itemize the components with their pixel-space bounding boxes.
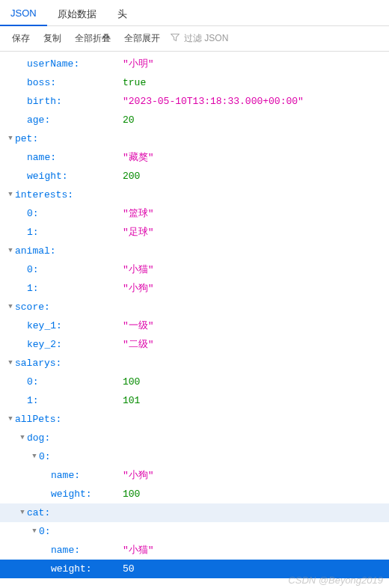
expand-toggle-icon[interactable]: ▼ [30,447,39,466]
json-key: 1 [27,283,33,294]
tree-row[interactable]: ▼cat: [0,503,389,522]
expand-toggle-icon[interactable]: ▼ [30,522,39,541]
expand-toggle-icon[interactable]: ▼ [6,410,15,429]
tree-row[interactable]: weight:200 [0,167,389,186]
collapse-all-button[interactable]: 全部折叠 [69,29,117,48]
json-value: "足球" [123,223,154,242]
json-key: birth [27,96,56,107]
json-value: 200 [123,167,140,186]
tab-json[interactable]: JSON [0,3,47,26]
expand-toggle-icon[interactable]: ▼ [18,429,27,447]
tabs-bar: JSON 原始数据 头 [0,0,389,26]
toolbar: 保存 复制 全部折叠 全部展开 过滤 JSON [0,26,389,52]
expand-toggle-icon[interactable]: ▼ [6,129,15,148]
json-key: name [51,470,74,481]
colon: : [33,227,39,238]
json-key: 0 [27,376,33,388]
tree-row[interactable]: userName:"小明" [0,55,389,73]
colon: : [62,171,68,182]
json-key: 0 [39,526,45,537]
json-key: score [15,301,44,313]
json-value: 100 [123,373,140,391]
save-button[interactable]: 保存 [6,29,36,48]
tab-headers[interactable]: 头 [107,3,138,25]
json-key: pet [15,133,32,144]
expand-toggle-icon[interactable]: ▼ [6,354,15,373]
expand-toggle-icon[interactable]: ▼ [6,186,15,204]
tree-row[interactable]: ▼salarys: [0,354,389,373]
json-value: 101 [123,391,140,410]
tree-row[interactable]: weight:100 [0,485,389,503]
json-value: "小猫" [123,541,154,560]
json-key: weight [27,171,62,182]
tree-row[interactable]: 0:"小猫" [0,260,389,279]
tree-row[interactable]: 0:"篮球" [0,204,389,223]
tree-row[interactable]: ▼score: [0,298,389,316]
colon: : [73,58,79,70]
tree-row[interactable]: 1:"足球" [0,223,389,242]
json-key: 1 [27,395,33,406]
colon: : [50,77,56,88]
json-value: "2023-05-10T13:18:33.000+00:00" [123,92,304,111]
tree-row[interactable]: 1:"小狗" [0,279,389,298]
json-key: 0 [39,451,45,462]
tree-row[interactable]: ▼allPets: [0,410,389,429]
expand-toggle-icon[interactable]: ▼ [18,503,27,522]
colon: : [45,451,51,462]
colon: : [33,264,39,275]
json-key: key_2 [27,339,56,350]
colon: : [56,339,62,350]
colon: : [44,114,50,126]
colon: : [33,376,39,388]
tab-raw[interactable]: 原始数据 [47,3,107,25]
tree-row[interactable]: boss:true [0,73,389,92]
tree-row[interactable]: key_1:"一级" [0,316,389,335]
tree-row[interactable]: key_2:"二级" [0,335,389,354]
colon: : [74,545,80,556]
colon: : [86,563,92,575]
copy-button[interactable]: 复制 [37,29,67,48]
tree-row[interactable]: 0:100 [0,373,389,391]
json-key: 0 [27,264,33,275]
tree-row[interactable]: name:"藏獒" [0,148,389,167]
tree-row[interactable]: ▼dog: [0,429,389,447]
tree-row[interactable]: ▼0: [0,447,389,466]
colon: : [56,96,62,107]
json-value: 50 [123,560,135,578]
json-value: "一级" [123,316,154,335]
colon: : [67,189,73,200]
tree-row[interactable]: 1:101 [0,391,389,410]
json-tree: userName:"小明"boss:truebirth:"2023-05-10T… [0,52,389,580]
expand-toggle-icon[interactable]: ▼ [6,298,15,316]
tree-row[interactable]: name:"小狗" [0,466,389,485]
colon: : [56,320,62,331]
colon: : [74,470,80,481]
filter-icon [171,33,180,44]
tree-row[interactable]: ▼0: [0,522,389,541]
json-key: boss [27,77,50,88]
colon: : [33,208,39,219]
colon: : [44,301,50,313]
json-value: "小明" [123,55,154,73]
colon: : [50,245,56,257]
colon: : [56,414,62,425]
watermark: CSDN @Beyong2019 [288,575,383,580]
expand-all-button[interactable]: 全部展开 [118,29,166,48]
tree-row[interactable]: ▼pet: [0,129,389,148]
filter-input-placeholder[interactable]: 过滤 JSON [181,29,231,48]
colon: : [56,358,62,369]
tree-row[interactable]: birth:"2023-05-10T13:18:33.000+00:00" [0,92,389,111]
tree-row[interactable]: age:20 [0,111,389,129]
json-key: 1 [27,227,33,238]
json-key: dog [27,432,44,444]
tree-row[interactable]: ▼animal: [0,242,389,260]
tree-row[interactable]: ▼interests: [0,186,389,204]
json-value: "小猫" [123,260,154,279]
colon: : [32,133,38,144]
json-key: age [27,114,44,126]
colon: : [45,526,51,537]
expand-toggle-icon[interactable]: ▼ [6,242,15,260]
tree-row[interactable]: name:"小猫" [0,541,389,560]
json-value: 20 [123,111,135,129]
json-value: "藏獒" [123,148,154,167]
